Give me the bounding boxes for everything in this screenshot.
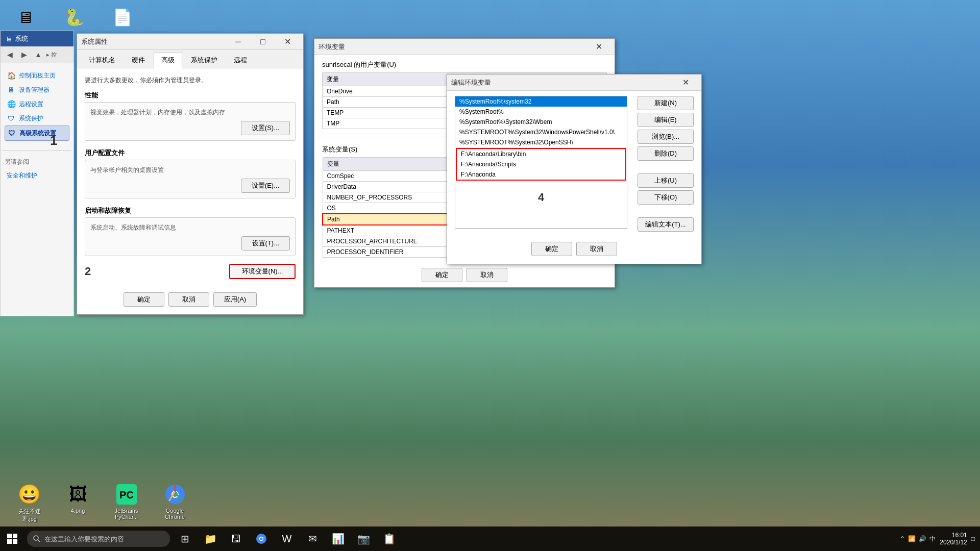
minimize-button[interactable]: ─	[227, 34, 250, 49]
performance-settings-btn[interactable]: 设置(S)...	[241, 121, 290, 135]
user-profile-section: 用户配置文件 与登录帐户相关的桌面设置 设置(E)...	[85, 148, 296, 198]
chevron-up-icon[interactable]: ⌃	[900, 535, 905, 542]
panel-link-advanced[interactable]: 🛡 高级系统设置	[5, 126, 69, 141]
taskbar-right: ⌃ 📶 🔊 中 16:01 2020/1/12 □	[900, 532, 980, 546]
also-see-security[interactable]: 安全和维护	[5, 169, 69, 183]
edit-env-btn[interactable]: 编辑(E)	[638, 113, 694, 127]
system-properties-title: 系统属性	[81, 37, 227, 46]
env-win-controls: ✕	[587, 39, 610, 55]
taskbar-clock[interactable]: 16:01 2020/1/12	[940, 532, 967, 546]
taskbar-search-bar[interactable]	[27, 531, 170, 547]
move-up-btn[interactable]: 上移(U)	[638, 173, 694, 188]
move-down-btn[interactable]: 下移(O)	[638, 190, 694, 205]
desktop-icon-docs[interactable]: 📄	[102, 5, 143, 31]
remote-icon: 🌐	[7, 99, 16, 109]
env-dialog-titlebar: 环境变量 ✕	[314, 39, 615, 55]
advanced-icon: 🛡	[7, 129, 16, 138]
startup-title: 启动和故障恢复	[85, 206, 296, 215]
taskbar-terminal-btn[interactable]: 🖫	[224, 527, 248, 551]
panel-link-remote[interactable]: 🌐 远程设置	[5, 97, 69, 111]
svg-line-10	[38, 540, 40, 542]
security-label: 安全和维护	[7, 171, 37, 180]
tab-remote[interactable]: 远程	[226, 52, 255, 68]
volume-icon[interactable]: 🔊	[919, 535, 926, 542]
date-display: 2020/1/12	[940, 539, 967, 546]
notification-icon[interactable]: □	[971, 535, 975, 542]
desktop-icon-png[interactable]: 🖼 4.png	[59, 482, 97, 523]
env-item-3[interactable]: %SYSTEMROOT%\System32\WindowsPowerShell\…	[455, 127, 627, 137]
env-ok-btn[interactable]: 确定	[422, 268, 462, 282]
env-close-btn[interactable]: ✕	[587, 39, 610, 55]
svg-text:PC: PC	[119, 489, 134, 500]
lang-icon[interactable]: 中	[929, 535, 936, 543]
env-item-5[interactable]: F:\Anaconda\Library\bin	[457, 149, 625, 159]
env-item-7[interactable]: F:\Anaconda	[457, 169, 625, 180]
env-item-0[interactable]: %SystemRoot%\system32	[455, 96, 627, 107]
user-var-col: 变量	[323, 73, 448, 86]
search-input[interactable]	[44, 535, 157, 543]
svg-rect-5	[7, 534, 12, 538]
performance-title: 性能	[85, 91, 296, 100]
user-profile-settings-btn[interactable]: 设置(E)...	[241, 179, 290, 193]
docs-icon: 📄	[110, 5, 135, 30]
panel-link-devices[interactable]: 🖥 设备管理器	[5, 83, 69, 97]
edit-text-btn[interactable]: 编辑文本(T)...	[638, 217, 694, 232]
startup-box: 系统启动、系统故障和调试信息 设置(T)...	[85, 217, 296, 256]
system-icon: 🖥	[6, 35, 12, 43]
taskbar-extra-btn[interactable]: ✉	[300, 527, 325, 551]
edit-env-close-btn[interactable]: ✕	[674, 75, 697, 90]
env-item-1[interactable]: %SystemRoot%	[455, 107, 627, 117]
env-cancel-btn[interactable]: 取消	[467, 268, 507, 282]
taskbar-wps-btn[interactable]: W	[275, 527, 299, 551]
env-variables-btn[interactable]: 环境变量(N)...	[229, 264, 296, 279]
desktop-icon-face[interactable]: 😀 关注不迷 逛.jpg	[10, 482, 48, 523]
delete-env-btn[interactable]: 删除(D)	[638, 146, 694, 161]
forward-button[interactable]: ▶	[18, 48, 30, 61]
breadcrumb: ▸ 控	[46, 51, 57, 59]
desktop-icon-pycharm[interactable]: PC JetBrains PyChar...	[107, 482, 145, 523]
system-properties-dialog: 系统属性 ─ □ ✕ 计算机名 硬件 高级 系统保护 远程 要进行大多数更改，你…	[77, 33, 304, 315]
apply-button[interactable]: 应用(A)	[213, 292, 257, 307]
new-env-btn[interactable]: 新建(N)	[638, 96, 694, 110]
desktop-icon-computer[interactable]: 🖥	[5, 5, 46, 31]
env-item-4[interactable]: %SYSTEMROOT%\System32\OpenSSH\	[455, 137, 627, 147]
env-footer: 确定 取消	[314, 263, 615, 287]
svg-point-9	[34, 536, 38, 540]
taskbar-mail-btn[interactable]: 📊	[326, 527, 350, 551]
desktop-icon-chrome[interactable]: Google Chrome	[156, 482, 194, 523]
edit-env-cancel-btn[interactable]: 取消	[576, 242, 617, 256]
close-button[interactable]: ✕	[276, 34, 299, 49]
up-button[interactable]: ▲	[32, 48, 44, 61]
system-properties-titlebar: 系统属性 ─ □ ✕	[77, 34, 303, 50]
maximize-button[interactable]: □	[251, 34, 275, 49]
taskbar-taskview-btn[interactable]: ⊞	[173, 527, 197, 551]
desktop-icon-python[interactable]: 🐍	[54, 5, 94, 31]
env-item-2[interactable]: %SystemRoot%\System32\Wbem	[455, 117, 627, 127]
cancel-button[interactable]: 取消	[168, 292, 209, 307]
taskbar-chrome-btn[interactable]	[249, 527, 274, 551]
time-display: 16:01	[952, 532, 967, 539]
user-vars-title: sunrisecai 的用户变量(U)	[322, 60, 607, 69]
pycharm-label: JetBrains PyChar...	[107, 508, 145, 520]
edit-env-ok-btn[interactable]: 确定	[531, 242, 572, 256]
panel-link-home[interactable]: 🏠 控制面板主页	[5, 68, 69, 83]
edit-env-footer: 确定 取消	[447, 237, 701, 264]
startup-settings-btn[interactable]: 设置(T)...	[241, 236, 290, 251]
browse-env-btn[interactable]: 浏览(B)...	[638, 130, 694, 144]
env-item-6[interactable]: F:\Anaconda\Scripts	[457, 159, 625, 169]
taskbar-app8-btn[interactable]: 📋	[377, 527, 401, 551]
tab-computername[interactable]: 计算机名	[81, 52, 123, 68]
taskbar-explorer-btn[interactable]: 📁	[198, 527, 223, 551]
tab-sysprotect[interactable]: 系统保护	[183, 52, 225, 68]
ok-button[interactable]: 确定	[124, 292, 164, 307]
network-icon[interactable]: 📶	[908, 535, 916, 542]
tab-advanced[interactable]: 高级	[154, 52, 182, 68]
taskbar-system-icons: ⌃ 📶 🔊 中	[900, 535, 936, 543]
back-button[interactable]: ◀	[4, 48, 16, 61]
start-button[interactable]	[0, 527, 24, 551]
chrome-icon	[163, 482, 187, 507]
panel-link-remote-label: 远程设置	[19, 100, 43, 109]
taskbar-app7-btn[interactable]: 📷	[351, 527, 376, 551]
tab-hardware[interactable]: 硬件	[124, 52, 153, 68]
panel-link-protection[interactable]: 🛡 系统保护	[5, 111, 69, 126]
